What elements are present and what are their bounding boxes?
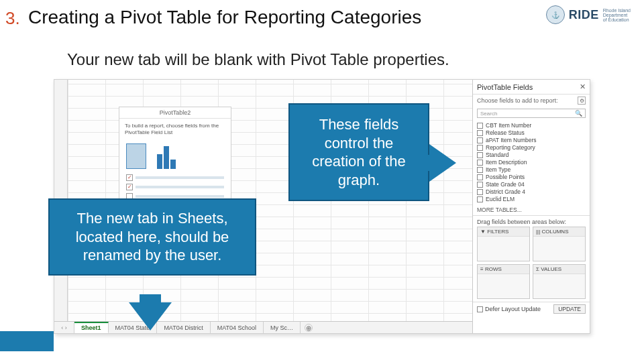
close-icon[interactable]: ✕: [580, 82, 586, 91]
ptf-area-columns[interactable]: ||| COLUMNS: [533, 227, 586, 261]
checkbox-icon: ✓: [126, 174, 133, 181]
pivottable-fields-pane: PivotTable Fields ✕ Choose fields to add…: [472, 80, 590, 333]
checkbox-icon[interactable]: [477, 182, 483, 188]
pivottable-placeholder: PivotTable2 To build a report, choose fi…: [119, 107, 231, 200]
ptf-field[interactable]: Item Description: [477, 159, 586, 166]
ptf-title: PivotTable Fields: [477, 83, 533, 91]
checkbox-icon[interactable]: [477, 167, 483, 173]
checkbox-icon[interactable]: [477, 160, 483, 166]
checkbox-icon[interactable]: [477, 137, 483, 143]
sheet-tab-active[interactable]: Sheet1: [74, 322, 109, 333]
ride-logo: ⚓ RIDE Rhode Island Department of Educat…: [546, 5, 631, 24]
ptf-field[interactable]: District Grade 4: [477, 188, 586, 195]
checkbox-icon[interactable]: [477, 174, 483, 180]
checkbox-icon[interactable]: [477, 145, 483, 151]
gear-icon[interactable]: ⚙: [578, 97, 586, 105]
callout-rename-tab: The new tab in Sheets, located here, sho…: [48, 198, 256, 276]
ptf-choose-label: Choose fields to add to report:: [477, 97, 558, 104]
state-seal-icon: ⚓: [546, 5, 565, 24]
pivottable-placeholder-text: To build a report, choose fields from th…: [119, 119, 231, 141]
ptf-field[interactable]: aPAT Item Numbers: [477, 137, 586, 143]
checkbox-icon[interactable]: [477, 123, 483, 129]
tab-nav-arrows[interactable]: ‹ ›: [54, 322, 74, 333]
chart-icon: [156, 143, 182, 169]
new-sheet-button[interactable]: ⊕: [305, 324, 313, 332]
ptf-field-list: CBT Item Number Release Status aPAT Item…: [473, 120, 590, 204]
checkbox-icon[interactable]: [477, 189, 483, 195]
checkbox-icon: [477, 306, 483, 312]
ptf-field[interactable]: CBT Item Number: [477, 122, 586, 129]
checkbox-icon[interactable]: [477, 130, 483, 136]
logo-subtext: Department: [603, 13, 631, 17]
pivottable-placeholder-title: PivotTable2: [119, 107, 231, 119]
checkbox-icon[interactable]: [477, 152, 483, 158]
page-title: Creating a Pivot Table for Reporting Cat…: [28, 7, 421, 28]
ptf-field[interactable]: Euclid ELM: [477, 196, 586, 202]
logo-text: RIDE: [569, 8, 599, 22]
checkbox-icon[interactable]: [477, 196, 483, 202]
arrow-down-icon: [129, 302, 172, 330]
ptf-drag-label: Drag fields between areas below:: [473, 215, 590, 227]
callout-fields: These fields control the creation of the…: [288, 103, 429, 201]
ptf-field[interactable]: Standard: [477, 152, 586, 158]
ptf-search-input[interactable]: Search 🔍: [477, 109, 586, 118]
search-placeholder: Search: [480, 111, 497, 117]
ptf-field[interactable]: Reporting Category: [477, 144, 586, 151]
ptf-field[interactable]: Release Status: [477, 129, 586, 136]
ptf-area-values[interactable]: Σ VALUES: [533, 264, 586, 299]
ptf-field[interactable]: Item Type: [477, 166, 586, 173]
logo-subtext: Rhode Island: [603, 8, 631, 13]
ptf-more-tables[interactable]: MORE TABLES...: [473, 204, 590, 215]
logo-subtext: of Education: [603, 17, 631, 22]
ptf-field[interactable]: Possible Points: [477, 174, 586, 180]
sheet-tabs: ‹ › Sheet1 MAT04 State MAT04 District MA…: [54, 321, 472, 333]
ptf-area-rows[interactable]: ≡ ROWS: [477, 264, 530, 299]
search-icon: 🔍: [575, 110, 582, 117]
sheet-tab[interactable]: My Sc…: [264, 322, 301, 333]
checkbox-icon: ✓: [126, 184, 133, 190]
arrow-right-icon: [429, 144, 456, 182]
footer-accent-bar: [0, 331, 54, 351]
slide-number: 3.: [5, 8, 20, 29]
fieldlist-icon: [126, 143, 146, 169]
ptf-field[interactable]: State Grade 04: [477, 181, 586, 188]
ptf-area-filters[interactable]: ▼ FILTERS: [477, 227, 530, 261]
update-button[interactable]: UPDATE: [553, 304, 586, 314]
subheading: Your new tab will be blank with Pivot Ta…: [67, 50, 449, 69]
defer-layout-checkbox[interactable]: Defer Layout Update: [477, 306, 541, 312]
sheet-tab[interactable]: MAT04 School: [211, 322, 264, 333]
